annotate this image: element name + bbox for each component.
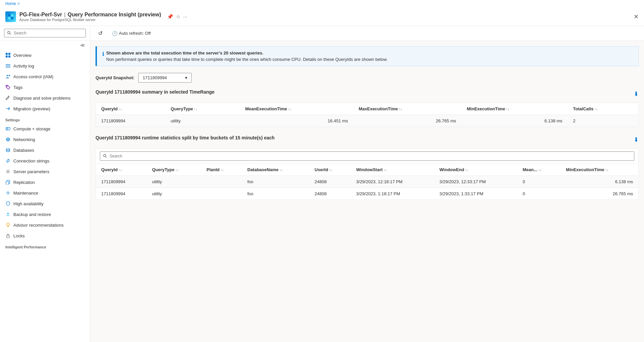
col-minexecution[interactable]: MinExecutionTime ↑↓	[462, 103, 568, 115]
chevron-down-icon: ▾	[185, 75, 187, 80]
sidebar-item-label: Activity log	[13, 64, 34, 69]
rcol-querytype[interactable]: QueryType ↑↓	[147, 164, 201, 176]
rcol-databasename[interactable]: DatabaseName ↑↓	[242, 164, 309, 176]
toolbar: ↺ 🕐 Auto refresh: Off	[90, 26, 644, 41]
col-meanexecution[interactable]: MeanExecutionTime ↑↓	[240, 103, 353, 115]
backup-icon	[5, 212, 11, 217]
dropdown-row: QueryId Snapshot: 1711809994 ▾	[96, 73, 639, 83]
search-input[interactable]	[4, 29, 86, 37]
auto-refresh-label: Auto refresh: Off	[119, 31, 151, 36]
summary-table: QueryId ↑↓ QueryType ↑↓ MeanExecutionTim…	[96, 103, 638, 127]
rcol-windowend[interactable]: WindowEnd ↑↓	[434, 164, 517, 176]
cell-mean: 0	[517, 188, 561, 200]
sidebar-item-backup-restore[interactable]: Backup and restore	[0, 209, 90, 220]
sidebar-item-high-availability[interactable]: High availability	[0, 198, 90, 209]
summary-table-container: QueryId ↑↓ QueryType ↑↓ MeanExecutionTim…	[96, 103, 639, 127]
sidebar-item-label: Networking	[13, 137, 35, 142]
svg-point-11	[7, 75, 8, 76]
info-banner-bold: Shown above are the total execution time…	[106, 50, 388, 55]
rcol-windowstart[interactable]: WindowStart ↑↓	[351, 164, 434, 176]
app-icon	[5, 11, 16, 22]
table-row[interactable]: 1711809994 utility foo 24808 3/29/2023, …	[96, 176, 638, 188]
runtime-search-input[interactable]	[100, 151, 634, 161]
rcol-minexecution[interactable]: MinExecutionTime ↑↓	[560, 164, 638, 176]
table-row[interactable]: 1711809994 utility 16.451 ms 26.765 ms 6…	[96, 115, 638, 127]
sidebar-item-label: Migration (preview)	[13, 106, 50, 111]
sidebar-item-locks[interactable]: Locks	[0, 230, 90, 241]
rcol-mean[interactable]: Mean... ↑↓	[517, 164, 561, 176]
rcol-queryid[interactable]: QueryId ↑↓	[96, 164, 147, 176]
cell-queryid: 1711809994	[96, 115, 165, 127]
col-queryid[interactable]: QueryId ↑↓	[96, 103, 165, 115]
sidebar-item-connection-strings[interactable]: Connection strings	[0, 155, 90, 166]
summary-download-icon[interactable]: ⬇	[634, 90, 639, 98]
col-totalcalls[interactable]: TotalCalls ↑↓	[568, 103, 638, 115]
pin-icon[interactable]: 📌	[167, 14, 173, 20]
sidebar-section-settings: Settings	[0, 114, 90, 123]
col-querytype[interactable]: QueryType ↑↓	[165, 103, 240, 115]
col-maxexecution[interactable]: MaxExecutionTime ↑↓	[353, 103, 462, 115]
grid-icon	[5, 52, 11, 58]
sidebar-item-label: Advisor recommendations	[13, 223, 63, 228]
sidebar-search-container	[0, 26, 90, 40]
sidebar-item-diagnose[interactable]: Diagnose and solve problems	[0, 93, 90, 103]
header-actions: 📌 ☆ ···	[167, 14, 187, 20]
table-row[interactable]: 1711809994 utility foo 24808 3/29/2023, …	[96, 188, 638, 200]
sidebar-item-label: Databases	[13, 148, 34, 153]
cell-querytype: utility	[165, 115, 240, 127]
star-icon[interactable]: ☆	[176, 14, 180, 20]
cell-databasename: foo	[242, 176, 309, 188]
sidebar-item-maintenance[interactable]: Maintenance	[0, 188, 90, 198]
sidebar-item-label: Server parameters	[13, 169, 49, 174]
sidebar-item-label: Overview	[13, 53, 31, 58]
sidebar-item-compute-storage[interactable]: Compute + storage	[0, 123, 90, 134]
collapse-button[interactable]: ≪	[78, 42, 87, 48]
sidebar-item-access-control[interactable]: Access control (IAM)	[0, 71, 90, 82]
summary-title: QueryId 1711809994 summary in selected T…	[96, 89, 214, 95]
auto-refresh-button[interactable]: 🕐 Auto refresh: Off	[109, 29, 153, 37]
svg-rect-6	[6, 55, 8, 58]
server-name: PG-Flex-Perf-Svr	[19, 12, 62, 18]
runtime-search-row	[96, 149, 638, 164]
sidebar-item-replication[interactable]: Replication	[0, 177, 90, 188]
sidebar-item-advisor[interactable]: Advisor recommendations	[0, 220, 90, 230]
cell-planid	[201, 188, 242, 200]
sidebar-item-server-parameters[interactable]: Server parameters	[0, 166, 90, 177]
refresh-button[interactable]: ↺	[96, 29, 105, 38]
summary-section: QueryId 1711809994 summary in selected T…	[96, 89, 639, 127]
runtime-table-container: QueryId ↑↓ QueryType ↑↓ PlanId ↑↓ Databa…	[96, 148, 639, 200]
sidebar-item-label: Backup and restore	[13, 212, 51, 217]
sidebar-item-activity-log[interactable]: Activity log	[0, 61, 90, 71]
cell-querytype: utility	[147, 176, 201, 188]
sidebar-item-migration[interactable]: Migration (preview)	[0, 103, 90, 114]
sidebar-item-databases[interactable]: Databases	[0, 145, 90, 155]
cell-queryid: 1711809994	[96, 188, 147, 200]
list-icon	[5, 63, 11, 69]
sidebar-item-label: Compute + storage	[13, 126, 50, 131]
close-button[interactable]: ✕	[634, 13, 639, 20]
rcol-userid[interactable]: UserId ↑↓	[309, 164, 351, 176]
sidebar-item-overview[interactable]: Overview	[0, 50, 90, 61]
svg-rect-2	[8, 17, 10, 19]
dropdown-label: QueryId Snapshot:	[96, 75, 134, 80]
sidebar-item-networking[interactable]: Networking	[0, 134, 90, 145]
sidebar-item-label: Diagnose and solve problems	[13, 96, 70, 101]
sidebar-item-tags[interactable]: Tags	[0, 82, 90, 93]
cell-querytype: utility	[147, 188, 201, 200]
svg-point-21	[7, 171, 9, 172]
more-icon[interactable]: ···	[183, 14, 187, 19]
runtime-download-icon[interactable]: ⬇	[634, 136, 639, 143]
tag-icon	[5, 85, 11, 90]
svg-rect-23	[6, 181, 9, 185]
breadcrumb-sep: >	[17, 1, 20, 6]
breadcrumb-home[interactable]: Home	[5, 1, 16, 6]
rcol-planid[interactable]: PlanId ↑↓	[201, 164, 242, 176]
cell-windowend: 3/29/2023, 12:33:17 PM	[434, 176, 517, 188]
main-content: ℹ Shown above are the total execution ti…	[90, 41, 644, 342]
sidebar-item-label: Replication	[13, 180, 35, 185]
queryid-snapshot-dropdown[interactable]: 1711809994 ▾	[138, 73, 192, 83]
cell-databasename: foo	[242, 188, 309, 200]
summary-table-header: QueryId ↑↓ QueryType ↑↓ MeanExecutionTim…	[96, 103, 638, 115]
header-text: PG-Flex-Perf-Svr | Query Performance Ins…	[19, 12, 161, 22]
maintenance-icon	[5, 190, 11, 196]
